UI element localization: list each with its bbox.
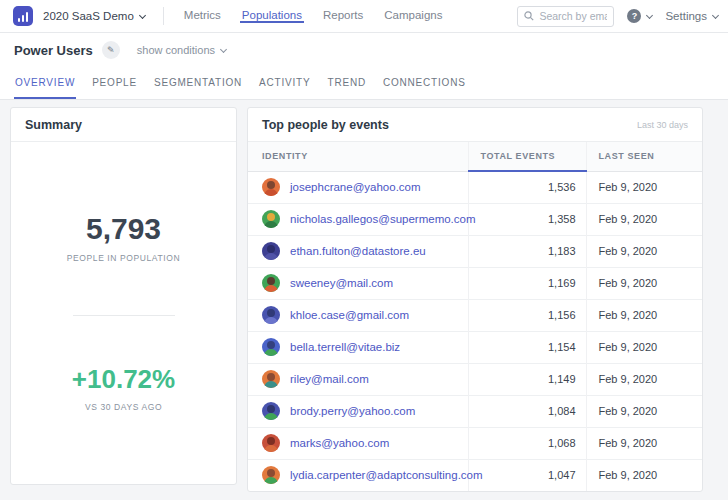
last-seen-cell: Feb 9, 2020	[586, 459, 702, 491]
user-avatar	[262, 274, 280, 292]
table-row: josephcrane@yahoo.com1,536Feb 9, 2020	[248, 171, 702, 203]
total-events-cell: 1,084	[468, 395, 586, 427]
top-nav-right: ? Settings	[517, 0, 718, 32]
table-row: brody.perry@yahoo.com1,084Feb 9, 2020	[248, 395, 702, 427]
table-row: ethan.fulton@datastore.eu1,183Feb 9, 202…	[248, 235, 702, 267]
table-row: bella.terrell@vitae.biz1,154Feb 9, 2020	[248, 331, 702, 363]
search-box[interactable]	[517, 6, 614, 27]
top-nav: 2020 SaaS Demo MetricsPopulationsReports…	[0, 0, 728, 33]
identity-cell: brody.perry@yahoo.com	[248, 395, 468, 427]
chevron-down-icon	[139, 11, 146, 18]
divider	[73, 315, 175, 316]
last-seen-cell: Feb 9, 2020	[586, 395, 702, 427]
chevron-down-icon	[220, 45, 227, 52]
table-row: nicholas.gallegos@supermemo.com1,358Feb …	[248, 203, 702, 235]
top-people-card-header: Top people by events Last 30 days	[248, 108, 702, 142]
table-row: sweeney@mail.com1,169Feb 9, 2020	[248, 267, 702, 299]
summary-card-header: Summary	[11, 108, 236, 142]
user-avatar	[262, 466, 280, 484]
last-seen-cell: Feb 9, 2020	[586, 299, 702, 331]
identity-link[interactable]: josephcrane@yahoo.com	[290, 181, 421, 193]
top-people-table: IDENTITY TOTAL EVENTS LAST SEEN josephcr…	[248, 142, 702, 491]
main-content: Summary 5,793 PEOPLE IN POPULATION +10.7…	[0, 100, 728, 492]
identity-cell: lydia.carpenter@adaptconsulting.com	[248, 459, 468, 491]
identity-link[interactable]: nicholas.gallegos@supermemo.com	[290, 213, 476, 225]
help-menu[interactable]: ?	[627, 9, 652, 23]
summary-title: Summary	[25, 118, 82, 132]
primary-nav: MetricsPopulationsReportsCampaigns	[182, 9, 445, 23]
total-events-cell: 1,068	[468, 427, 586, 459]
identity-link[interactable]: marks@yahoo.com	[290, 437, 389, 449]
table-row: khloe.case@gmail.com1,156Feb 9, 2020	[248, 299, 702, 331]
tab-people[interactable]: PEOPLE	[91, 67, 138, 99]
summary-card: Summary 5,793 PEOPLE IN POPULATION +10.7…	[10, 107, 237, 485]
date-range-label: Last 30 days	[637, 120, 688, 130]
user-avatar	[262, 370, 280, 388]
top-people-table-body: josephcrane@yahoo.com1,536Feb 9, 2020nic…	[248, 171, 702, 491]
tab-trend[interactable]: TREND	[326, 67, 366, 99]
population-title: Power Users	[14, 43, 93, 58]
population-change: +10.72%	[72, 364, 175, 395]
identity-link[interactable]: brody.perry@yahoo.com	[290, 405, 415, 417]
search-input[interactable]	[539, 10, 607, 22]
identity-link[interactable]: sweeney@mail.com	[290, 277, 393, 289]
total-events-cell: 1,156	[468, 299, 586, 331]
top-people-title: Top people by events	[262, 118, 389, 132]
identity-link[interactable]: ethan.fulton@datastore.eu	[290, 245, 426, 257]
identity-cell: bella.terrell@vitae.biz	[248, 331, 468, 363]
tab-segmentation[interactable]: SEGMENTATION	[153, 67, 243, 99]
app-logo-icon[interactable]	[13, 6, 33, 26]
workspace-selector[interactable]: 2020 SaaS Demo	[43, 10, 145, 22]
nav-item-metrics[interactable]: Metrics	[182, 9, 223, 23]
population-header-bar: Power Users ✎ show conditions	[0, 33, 728, 67]
chevron-down-icon	[646, 11, 653, 18]
identity-link[interactable]: riley@mail.com	[290, 373, 369, 385]
nav-item-campaigns[interactable]: Campaigns	[382, 9, 444, 23]
total-events-cell: 1,183	[468, 235, 586, 267]
tab-activity[interactable]: ACTIVITY	[258, 67, 311, 99]
page: 2020 SaaS Demo MetricsPopulationsReports…	[0, 0, 728, 500]
total-events-cell: 1,358	[468, 203, 586, 235]
user-avatar	[262, 178, 280, 196]
pencil-icon: ✎	[107, 45, 115, 55]
identity-cell: josephcrane@yahoo.com	[248, 171, 468, 203]
edit-population-button[interactable]: ✎	[102, 41, 120, 59]
identity-link[interactable]: khloe.case@gmail.com	[290, 309, 409, 321]
search-icon	[524, 11, 534, 21]
identity-link[interactable]: lydia.carpenter@adaptconsulting.com	[290, 469, 483, 481]
workspace-label: 2020 SaaS Demo	[43, 10, 134, 22]
user-avatar	[262, 242, 280, 260]
column-header-identity[interactable]: IDENTITY	[248, 142, 468, 171]
column-header-last-seen[interactable]: LAST SEEN	[586, 142, 702, 171]
top-people-card: Top people by events Last 30 days IDENTI…	[247, 107, 703, 492]
identity-cell: khloe.case@gmail.com	[248, 299, 468, 331]
table-row: marks@yahoo.com1,068Feb 9, 2020	[248, 427, 702, 459]
column-header-total-events[interactable]: TOTAL EVENTS	[468, 142, 586, 171]
settings-label: Settings	[665, 10, 707, 22]
last-seen-cell: Feb 9, 2020	[586, 267, 702, 299]
nav-item-reports[interactable]: Reports	[321, 9, 365, 23]
identity-link[interactable]: bella.terrell@vitae.biz	[290, 341, 400, 353]
total-events-cell: 1,047	[468, 459, 586, 491]
top-nav-left: 2020 SaaS Demo MetricsPopulationsReports…	[10, 0, 444, 32]
settings-menu[interactable]: Settings	[665, 10, 718, 22]
tab-connections[interactable]: CONNECTIONS	[382, 67, 467, 99]
nav-item-populations[interactable]: Populations	[240, 9, 304, 23]
tab-overview[interactable]: OVERVIEW	[14, 67, 76, 99]
user-avatar	[262, 402, 280, 420]
identity-cell: riley@mail.com	[248, 363, 468, 395]
population-change-label: VS 30 DAYS AGO	[85, 402, 162, 412]
divider	[163, 7, 164, 25]
total-events-cell: 1,536	[468, 171, 586, 203]
total-events-cell: 1,154	[468, 331, 586, 363]
show-conditions-toggle[interactable]: show conditions	[137, 44, 226, 56]
table-header: IDENTITY TOTAL EVENTS LAST SEEN	[248, 142, 702, 171]
user-avatar	[262, 338, 280, 356]
last-seen-cell: Feb 9, 2020	[586, 235, 702, 267]
identity-cell: nicholas.gallegos@supermemo.com	[248, 203, 468, 235]
summary-body: 5,793 PEOPLE IN POPULATION +10.72% VS 30…	[11, 142, 236, 484]
last-seen-cell: Feb 9, 2020	[586, 171, 702, 203]
total-events-cell: 1,149	[468, 363, 586, 395]
identity-cell: marks@yahoo.com	[248, 427, 468, 459]
user-avatar	[262, 306, 280, 324]
